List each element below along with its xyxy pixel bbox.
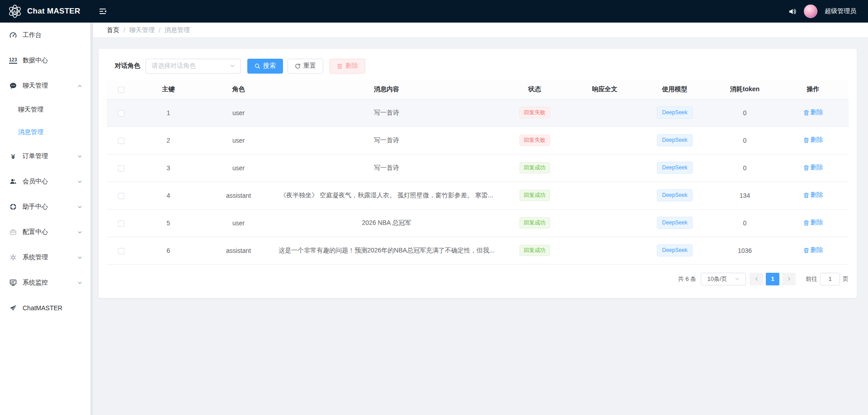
header-response: 响应全文 — [572, 80, 637, 99]
next-page-button[interactable] — [782, 273, 796, 285]
sidebar-subitem-chat-management[interactable]: 聊天管理 — [0, 98, 90, 121]
row-checkbox[interactable] — [118, 110, 124, 117]
briefcase-icon — [9, 228, 17, 236]
breadcrumb-chat-management[interactable]: 聊天管理 — [129, 26, 155, 34]
breadcrumb: 首页 / 聊天管理 / 消息管理 — [93, 23, 868, 38]
chevron-down-icon — [77, 280, 82, 285]
goto-unit: 页 — [843, 275, 849, 283]
cell-response — [572, 126, 637, 154]
row-delete-button[interactable]: 删除 — [803, 108, 823, 117]
role-select[interactable]: 请选择对话角色 — [146, 59, 241, 74]
chevron-down-icon — [735, 276, 740, 281]
status-badge: 回复成功 — [519, 217, 550, 228]
cell-content: 写一首诗 — [276, 99, 497, 126]
table-body: 1 user 写一首诗 回复失败 DeepSeek 0 删除 2 — [107, 99, 849, 264]
model-tag: DeepSeek — [657, 107, 692, 119]
sidebar-subitem-message-management[interactable]: 消息管理 — [0, 121, 90, 144]
sidebar-item-chatmaster[interactable]: ChatMASTER — [0, 295, 90, 321]
chevron-down-icon — [77, 205, 82, 210]
table-row: 2 user 写一首诗 回复失败 DeepSeek 0 删除 — [107, 126, 849, 154]
table-row: 6 assistant 这是一个非常有趣的问题！预测2026年的NBA总冠军充满… — [107, 237, 849, 264]
row-checkbox[interactable] — [118, 193, 124, 199]
role-select-placeholder: 请选择对话角色 — [151, 62, 196, 70]
chevron-down-icon — [77, 154, 82, 159]
sidebar-item-system-monitor[interactable]: 系统监控 — [0, 270, 90, 295]
breadcrumb-separator: / — [123, 27, 125, 34]
model-tag: DeepSeek — [657, 162, 692, 174]
header-status: 状态 — [497, 80, 572, 99]
row-delete-button[interactable]: 删除 — [803, 191, 823, 199]
cell-role: assistant — [201, 182, 276, 209]
row-checkbox[interactable] — [118, 138, 124, 144]
username-label[interactable]: 超级管理员 — [825, 7, 856, 15]
cell-key: 1 — [136, 99, 201, 126]
row-checkbox[interactable] — [118, 220, 124, 227]
sidebar: 工作台 123 数据中心 聊天管理 聊天管理 消息管理 ¥ 订单管理 — [0, 23, 90, 415]
row-checkbox[interactable] — [118, 165, 124, 172]
cell-key: 2 — [136, 126, 201, 154]
sidebar-item-label: 工作台 — [23, 31, 42, 39]
delete-button[interactable]: 删除 — [330, 59, 365, 74]
sidebar-item-data-center[interactable]: 123 数据中心 — [0, 48, 90, 73]
status-badge: 回复成功 — [519, 162, 550, 173]
header-tokens: 消耗token — [712, 80, 778, 99]
chevron-down-icon — [77, 230, 82, 235]
user-avatar[interactable] — [804, 5, 817, 18]
row-delete-button[interactable]: 删除 — [803, 136, 823, 144]
search-button[interactable]: 搜索 — [247, 59, 283, 74]
breadcrumb-home[interactable]: 首页 — [107, 26, 119, 34]
trash-icon — [803, 137, 809, 143]
reset-button[interactable]: 重置 — [288, 59, 323, 74]
status-badge: 回复成功 — [519, 190, 550, 201]
sidebar-item-chat-management[interactable]: 聊天管理 — [0, 73, 90, 98]
sidebar-item-label: 会员中心 — [23, 177, 48, 186]
sidebar-item-workbench[interactable]: 工作台 — [0, 23, 90, 48]
menu-fold-icon[interactable] — [99, 7, 107, 15]
model-tag: DeepSeek — [657, 189, 692, 201]
top-header: AI Chat MASTER 超级管理员 — [0, 0, 868, 23]
message-management-card: 对话角色 请选择对话角色 搜索 重置 — [99, 49, 857, 298]
table-row: 4 assistant 《夜半独坐》 空庭凝夜气，秋露湿人衣。 孤灯照壁微，窗竹… — [107, 182, 849, 209]
sidebar-item-label: 系统监控 — [23, 279, 48, 287]
sidebar-item-assistant-center[interactable]: 助手中心 — [0, 194, 90, 219]
goto-page-input[interactable] — [820, 273, 840, 285]
prev-page-button[interactable] — [750, 273, 763, 285]
sidebar-item-member-center[interactable]: 会员中心 — [0, 169, 90, 194]
logo-area[interactable]: AI Chat MASTER — [0, 4, 90, 19]
svg-text:AI: AI — [13, 9, 17, 14]
select-all-checkbox[interactable] — [118, 87, 124, 93]
volume-icon[interactable] — [788, 7, 797, 16]
sidebar-item-system-management[interactable]: 系统管理 — [0, 245, 90, 270]
current-page-button[interactable]: 1 — [766, 273, 779, 285]
sidebar-item-config-center[interactable]: 配置中心 — [0, 219, 90, 245]
monitor-icon — [9, 279, 17, 286]
row-delete-button[interactable]: 删除 — [803, 246, 823, 254]
magnifier-icon — [255, 63, 260, 69]
page-size-select[interactable]: 10条/页 — [701, 273, 746, 285]
cell-response — [572, 237, 637, 264]
cell-key: 5 — [136, 209, 201, 237]
sidebar-item-order-management[interactable]: ¥ 订单管理 — [0, 144, 90, 169]
cell-content: 这是一个非常有趣的问题！预测2026年的NBA总冠军充满了不确定性，但我... — [276, 237, 497, 264]
topbar-right: 超级管理员 — [788, 5, 868, 18]
cell-content: 2026 NBA 总冠军 — [276, 209, 497, 237]
user-icon — [9, 178, 17, 185]
chat-bubble-icon — [9, 82, 17, 89]
goto-page-group: 前往 页 — [806, 273, 849, 285]
row-delete-button[interactable]: 删除 — [803, 163, 823, 172]
chevron-down-icon — [77, 179, 82, 184]
sidebar-item-label: 助手中心 — [23, 203, 48, 211]
cell-response — [572, 209, 637, 237]
header-content: 消息内容 — [276, 80, 497, 99]
table-header-row: 主键 角色 消息内容 状态 响应全文 使用模型 消耗token 操作 — [107, 80, 849, 99]
row-delete-button[interactable]: 删除 — [803, 219, 823, 227]
chevron-down-icon — [230, 63, 235, 69]
gear-icon — [9, 254, 17, 261]
model-tag: DeepSeek — [657, 244, 692, 256]
yen-icon: ¥ — [9, 153, 17, 160]
row-checkbox[interactable] — [118, 248, 124, 254]
sidebar-content-divider — [90, 23, 93, 415]
table-row: 1 user 写一首诗 回复失败 DeepSeek 0 删除 — [107, 99, 849, 126]
breadcrumb-separator: / — [159, 27, 160, 34]
sidebar-item-label: 数据中心 — [23, 56, 48, 65]
